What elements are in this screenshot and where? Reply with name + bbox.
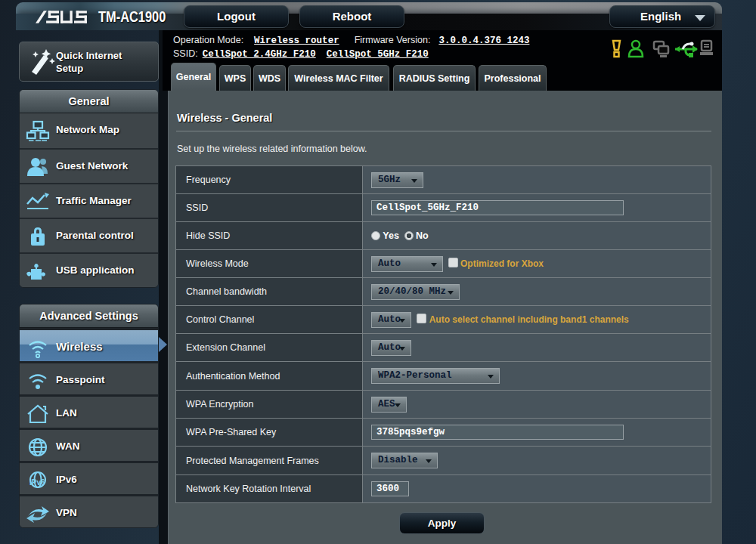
svg-text:IPv6: IPv6: [29, 478, 45, 487]
